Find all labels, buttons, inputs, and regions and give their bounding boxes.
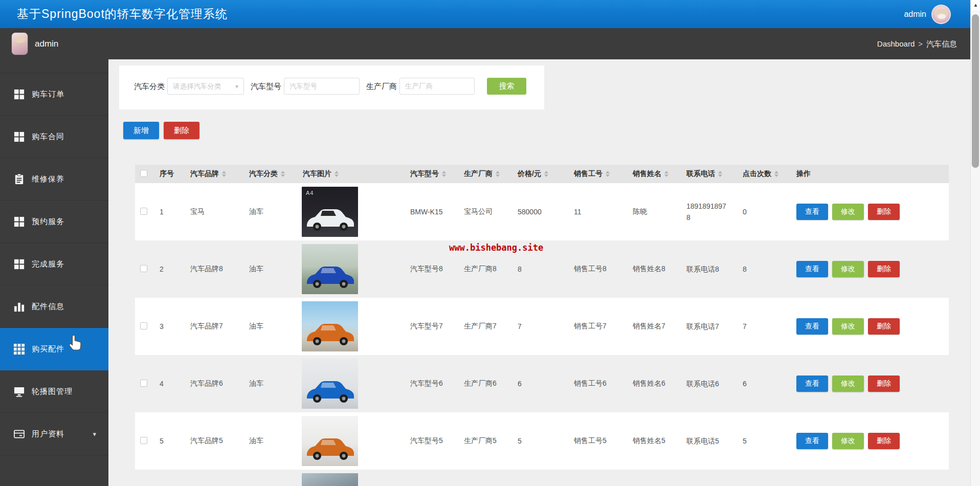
- sidebar-item-label: 用户资料: [32, 429, 64, 439]
- row-phone: 联系电话5: [680, 412, 737, 470]
- row-phone: [680, 470, 737, 486]
- search-filter-panel: 汽车分类 请选择汽车分类 ▾ 汽车型号 生产厂商 搜索: [119, 65, 544, 109]
- user-bar: admin Dashboard>汽车信息: [0, 28, 970, 59]
- delete-row-button[interactable]: 删除: [868, 318, 900, 335]
- column-header-10[interactable]: 联系电话: [680, 165, 737, 183]
- column-header-11[interactable]: 点击次数: [737, 165, 790, 183]
- view-button[interactable]: 查看: [796, 204, 828, 220]
- column-header-3[interactable]: 汽车分类: [243, 165, 297, 183]
- grid-3x3-icon: [13, 343, 25, 355]
- column-header-5[interactable]: 汽车型号: [404, 165, 458, 183]
- sidebar-item-6[interactable]: 配件信息: [0, 285, 108, 328]
- car-image-orange-suv-sky: [302, 301, 358, 351]
- edit-button[interactable]: 修改: [832, 433, 864, 449]
- column-header-6[interactable]: 生产厂商: [458, 165, 511, 183]
- table-row: 1宝马油车A4BMW-K15宝马公司58000011陈晓189189189780…: [135, 183, 949, 240]
- sort-carets-icon[interactable]: [664, 171, 669, 177]
- column-header-7[interactable]: 价格/元: [511, 165, 568, 183]
- sidebar-item-2[interactable]: 购车合同: [0, 116, 108, 158]
- row-checkbox[interactable]: [140, 322, 147, 329]
- model-filter-label: 汽车型号: [251, 78, 281, 95]
- delete-button[interactable]: 删除: [164, 122, 199, 139]
- row-model: BMW-K15: [404, 183, 458, 240]
- row-brand: 汽车品牌5: [184, 412, 243, 470]
- sidebar-item-label: 购车订单: [32, 90, 64, 99]
- table-header-row: 序号汽车品牌汽车分类汽车图片汽车型号生产厂商价格/元销售工号销售姓名联系电话点击…: [135, 165, 949, 183]
- breadcrumb-separator: >: [918, 39, 923, 48]
- sort-carets-icon[interactable]: [544, 171, 548, 177]
- column-header-label: 销售工号: [574, 169, 603, 178]
- column-header-8[interactable]: 销售工号: [568, 165, 627, 183]
- row-checkbox[interactable]: [140, 265, 147, 272]
- add-button[interactable]: 新增: [123, 122, 159, 139]
- sidebar-item-9[interactable]: 用户资料▾: [0, 413, 108, 455]
- app-title: 基于SpringBoot的轿车数字化管理系统: [17, 6, 228, 22]
- sort-carets-icon[interactable]: [606, 171, 610, 177]
- sort-carets-icon[interactable]: [774, 171, 778, 177]
- user-avatar[interactable]: [931, 5, 951, 24]
- delete-row-button[interactable]: 删除: [868, 433, 900, 449]
- sort-carets-icon[interactable]: [718, 171, 722, 177]
- sidebar-item-4[interactable]: 预约服务: [0, 201, 108, 243]
- category-select[interactable]: 请选择汽车分类 ▾: [167, 78, 244, 95]
- row-phone: 18918918978: [680, 183, 737, 240]
- edit-button[interactable]: 修改: [832, 261, 864, 277]
- delete-row-button[interactable]: 删除: [868, 204, 900, 220]
- row-actions-cell: 查看修改删除: [790, 355, 949, 412]
- column-header-9[interactable]: 销售姓名: [627, 165, 680, 183]
- table-row: 4汽车品牌6油车汽车型号6生产厂商66销售工号6销售姓名6联系电话66查看修改删…: [135, 355, 949, 412]
- search-button[interactable]: 搜索: [487, 78, 526, 95]
- row-checkbox[interactable]: [140, 380, 147, 387]
- sidebar-item-3[interactable]: 维修保养: [0, 158, 108, 201]
- model-input[interactable]: [284, 78, 360, 95]
- table-row: [135, 470, 949, 486]
- row-model: 汽车型号7: [404, 298, 458, 355]
- view-button[interactable]: 查看: [796, 261, 828, 277]
- row-checkbox[interactable]: [140, 437, 147, 444]
- view-button[interactable]: 查看: [796, 318, 828, 335]
- row-manufacturer: 生产厂商7: [458, 298, 511, 355]
- row-checkbox[interactable]: [140, 208, 147, 215]
- edit-button[interactable]: 修改: [832, 204, 864, 220]
- sort-carets-icon[interactable]: [222, 171, 226, 177]
- select-all-checkbox[interactable]: [140, 170, 147, 177]
- sort-carets-icon[interactable]: [335, 171, 339, 177]
- sidebar-item-1[interactable]: 购车订单: [0, 73, 108, 116]
- sidebar-item-label: 购车合同: [32, 132, 64, 142]
- edit-button[interactable]: 修改: [832, 318, 864, 335]
- sort-carets-icon[interactable]: [442, 171, 446, 177]
- row-brand: 汽车品牌6: [184, 355, 243, 412]
- sidebar-item-8[interactable]: 轮播图管理: [0, 370, 108, 413]
- sidebar-item-7[interactable]: 购买配件: [0, 328, 108, 370]
- edit-button[interactable]: 修改: [832, 375, 864, 392]
- chevron-down-icon[interactable]: ▾: [93, 430, 96, 438]
- column-header-4[interactable]: 汽车图片: [297, 165, 404, 183]
- row-actions-cell: [790, 470, 949, 486]
- car-info-table: 序号汽车品牌汽车分类汽车图片汽车型号生产厂商价格/元销售工号销售姓名联系电话点击…: [135, 165, 949, 486]
- sidebar-item-label: 轮播图管理: [32, 387, 73, 396]
- car-info-table-container: 序号汽车品牌汽车分类汽车图片汽车型号生产厂商价格/元销售工号销售姓名联系电话点击…: [135, 165, 949, 486]
- delete-row-button[interactable]: 删除: [868, 375, 900, 392]
- breadcrumb-dashboard-link[interactable]: Dashboard: [877, 39, 915, 48]
- breadcrumb-current: 汽车信息: [926, 39, 957, 48]
- manufacturer-input[interactable]: [399, 78, 475, 95]
- row-category: 油车: [243, 240, 297, 298]
- sidebar-user-avatar: [11, 32, 28, 55]
- column-header-label: 操作: [796, 169, 811, 178]
- breadcrumb: Dashboard>汽车信息: [877, 28, 957, 59]
- view-button[interactable]: 查看: [796, 375, 828, 392]
- sort-carets-icon[interactable]: [496, 171, 500, 177]
- sidebar-spacer: [0, 59, 108, 73]
- column-header-2[interactable]: 汽车品牌: [184, 165, 243, 183]
- row-price: 8: [511, 240, 568, 298]
- row-category: 油车: [243, 412, 297, 470]
- row-manufacturer: 生产厂商5: [458, 412, 511, 470]
- delete-row-button[interactable]: 删除: [868, 261, 900, 277]
- sort-carets-icon[interactable]: [281, 171, 285, 177]
- scrollbar-up-arrow[interactable]: ▲: [971, 0, 980, 10]
- row-sales-id: 销售工号7: [568, 298, 627, 355]
- scrollbar-thumb[interactable]: [972, 14, 979, 168]
- sidebar-item-5[interactable]: 完成服务: [0, 243, 108, 285]
- view-button[interactable]: 查看: [796, 433, 828, 449]
- row-phone: 联系电话7: [680, 298, 737, 355]
